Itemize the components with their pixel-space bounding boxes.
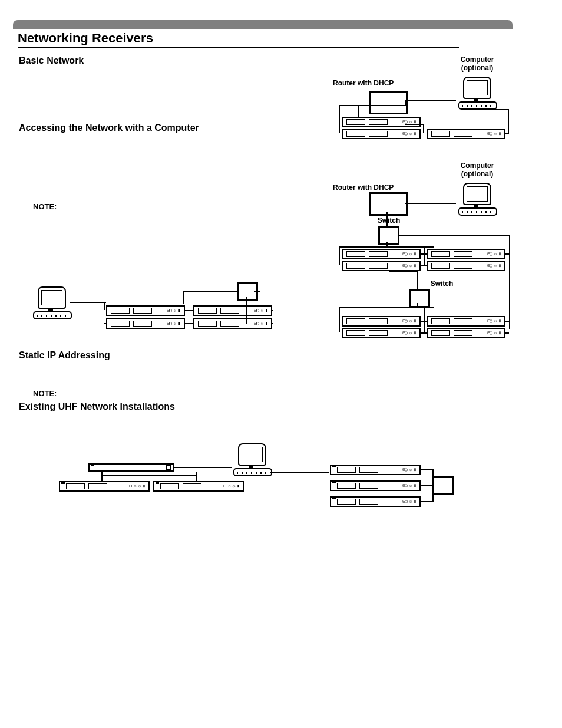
label-computer-optional-2: Computer (optional) <box>454 162 501 179</box>
receiver-icon: ⊟◯ ☼ ▮ <box>193 318 272 329</box>
computer-icon <box>458 77 495 110</box>
header-bar <box>13 20 513 29</box>
heading-static-ip: Static IP Addressing <box>19 350 110 361</box>
label-switch-2: Switch <box>424 280 459 288</box>
receiver-icon: ⊟◯ ☼ ▮ <box>342 249 421 259</box>
receiver-icon: ⊟◯ ☼ ▮ <box>342 117 421 127</box>
router-icon <box>369 192 408 216</box>
receiver-icon: ⊟◯ ☼ ▮ <box>427 316 505 327</box>
receiver-icon: ⊟◯ ☼ ▮ <box>342 261 421 271</box>
switch-icon <box>409 289 430 308</box>
receiver-icon: ⊟◯ ☼ ▮ <box>342 129 421 139</box>
router-icon <box>369 91 408 114</box>
note-1: NOTE: <box>33 202 57 211</box>
computer-icon <box>33 286 70 319</box>
computer-icon <box>458 183 495 216</box>
label-switch-1: Switch <box>371 217 406 225</box>
receiver-icon: ⊟◯ ☼ ▮ <box>106 318 185 329</box>
receiver-icon: ⊟◯ ☼ ▮ <box>106 305 185 316</box>
receiver-icon: ⊟◯ ☼ ▮ <box>427 261 505 271</box>
label-router-2: Router with DHCP <box>333 184 415 192</box>
receiver-icon: ⊟◯ ☼ ▮ <box>342 316 421 327</box>
receiver-icon: ⊟◯ ☼ ▮ <box>427 129 505 139</box>
computer-icon <box>233 443 270 476</box>
uhf-rack-icon <box>88 463 174 472</box>
title-rule <box>18 47 459 48</box>
label-router-1: Router with DHCP <box>333 80 415 88</box>
note-2: NOTE: <box>33 389 57 398</box>
heading-accessing: Accessing the Network with a Computer <box>19 123 199 133</box>
page-title: Networking Receivers <box>18 31 153 46</box>
page: Networking Receivers Basic Network Acces… <box>0 0 562 728</box>
receiver-icon: ⊟◯ ☼ ▮ <box>193 305 272 316</box>
uhf-receiver-icon: ⊟◯ ☼ ▮ <box>330 465 421 475</box>
uhf-receiver-icon: ⊟ ○ ☼ ▮ <box>153 481 244 492</box>
label-computer-optional-1: Computer (optional) <box>454 56 501 73</box>
receiver-icon: ⊟◯ ☼ ▮ <box>427 328 505 338</box>
uhf-receiver-icon: ⊟◯ ☼ ▮ <box>330 480 421 491</box>
uhf-receiver-icon: ⊟◯ ☼ ▮ <box>330 496 421 507</box>
uhf-receiver-icon: ⊟ ○ ☼ ▮ <box>59 481 150 492</box>
heading-basic-network: Basic Network <box>19 55 84 66</box>
heading-existing-uhf: Existing UHF Network Installations <box>19 401 175 412</box>
receiver-icon: ⊟◯ ☼ ▮ <box>342 328 421 338</box>
receiver-icon: ⊟◯ ☼ ▮ <box>427 249 505 259</box>
switch-icon <box>432 476 454 495</box>
switch-icon <box>378 226 399 245</box>
